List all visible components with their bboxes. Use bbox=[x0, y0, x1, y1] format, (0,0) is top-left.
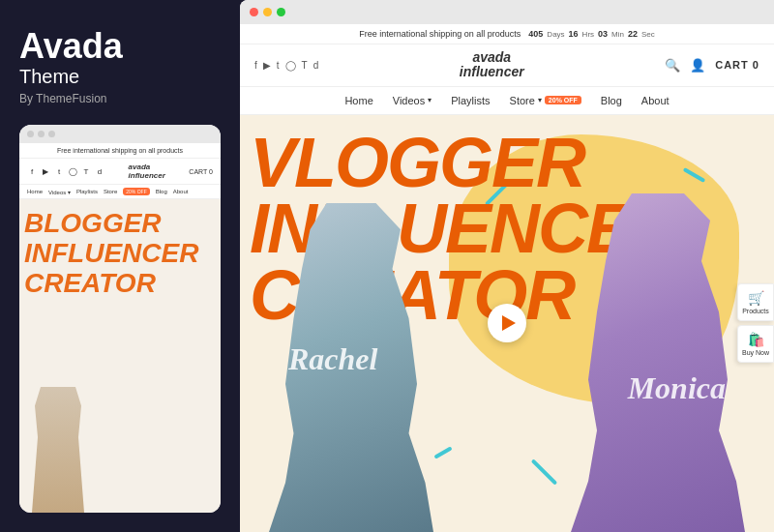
countdown-min-val: 03 bbox=[598, 29, 608, 39]
preview-tw-icon: t bbox=[54, 166, 64, 176]
products-button[interactable]: 🛒 Products bbox=[737, 283, 774, 321]
deco-line-3 bbox=[433, 446, 452, 458]
preview-hero: BLOGGERINFLUENCERCREATOR bbox=[19, 199, 221, 513]
nav-videos[interactable]: Videos ▾ bbox=[393, 95, 432, 106]
fb-icon[interactable]: f bbox=[254, 60, 257, 71]
nav-playlists[interactable]: Playlists bbox=[451, 95, 490, 106]
countdown: 405 Days 16 Hrs 03 Min 22 Sec bbox=[528, 29, 654, 39]
browser-dot-green bbox=[277, 8, 285, 16]
main-browser: Free international shipping on all produ… bbox=[240, 0, 774, 532]
preview-logo: avadainfluencer bbox=[129, 163, 165, 180]
products-label: Products bbox=[742, 308, 769, 314]
countdown-hrs-label: Hrs bbox=[582, 30, 594, 39]
logo-text: avada influencer bbox=[460, 50, 524, 80]
hero-line1: VLOGGER bbox=[250, 130, 764, 195]
search-icon[interactable]: 🔍 bbox=[665, 58, 680, 73]
nav-actions: 🔍 👤 CART 0 bbox=[665, 58, 759, 73]
preview-nav-store: Store bbox=[104, 189, 117, 194]
countdown-min-label: Min bbox=[611, 30, 624, 39]
store-arrow: ▾ bbox=[538, 96, 542, 104]
preview-top-bar: Free international shipping on all produ… bbox=[19, 143, 221, 159]
preview-logo-text: avadainfluencer bbox=[129, 163, 165, 180]
cart-button[interactable]: CART 0 bbox=[715, 59, 759, 71]
preview-social-nav: f ▶ t ◯ T d avadainfluencer CART 0 bbox=[19, 159, 221, 185]
yt-icon[interactable]: ▶ bbox=[263, 60, 271, 71]
brand-title: Avada bbox=[19, 29, 221, 64]
preview-cart-text: CART 0 bbox=[189, 168, 213, 175]
videos-arrow: ▾ bbox=[428, 96, 432, 104]
preview-nav-blog: Blog bbox=[156, 189, 167, 194]
preview-card: Free international shipping on all produ… bbox=[19, 125, 221, 513]
browser-chrome bbox=[240, 0, 774, 24]
preview-dot-1 bbox=[27, 131, 34, 137]
ig-icon[interactable]: ◯ bbox=[285, 60, 296, 71]
preview-dot-3 bbox=[48, 131, 55, 137]
preview-nav-home: Home bbox=[27, 189, 43, 194]
play-button[interactable] bbox=[488, 304, 526, 342]
preview-cart: CART 0 bbox=[189, 168, 213, 175]
buy-now-button[interactable]: 🛍️ Buy Now bbox=[737, 325, 774, 363]
countdown-sec-val: 22 bbox=[628, 29, 638, 39]
preview-nav-videos: Videos bbox=[48, 189, 71, 195]
tt-icon[interactable]: T bbox=[302, 60, 308, 71]
preview-person-silhouette bbox=[29, 387, 87, 513]
logo-line2: influencer bbox=[460, 65, 524, 79]
countdown-hrs-val: 16 bbox=[569, 29, 579, 39]
preview-social-icons: f ▶ t ◯ T d bbox=[27, 166, 104, 176]
countdown-days-val: 405 bbox=[528, 29, 543, 39]
preview-shipping-text: Free international shipping on all produ… bbox=[57, 147, 183, 154]
nav-store[interactable]: Store ▾ 20% OFF bbox=[510, 95, 581, 106]
brand-subtitle: Theme bbox=[19, 66, 221, 88]
nav-blog[interactable]: Blog bbox=[601, 95, 622, 106]
preview-store-badge: 20% OFF bbox=[123, 188, 149, 195]
nav-bar: f ▶ t ◯ T d avada influencer 🔍 👤 CART 0 bbox=[240, 44, 774, 87]
preview-dot-2 bbox=[38, 131, 45, 137]
hero-person-right bbox=[571, 193, 745, 532]
left-panel: Avada Theme By ThemeFusion Free internat… bbox=[0, 0, 240, 532]
preview-nav-about: About bbox=[173, 189, 189, 194]
shipping-text: Free international shipping on all produ… bbox=[359, 29, 521, 39]
floating-sidebar: 🛒 Products 🛍️ Buy Now bbox=[737, 283, 774, 363]
preview-yt-icon: ▶ bbox=[41, 166, 50, 176]
name-rachel: Rachel bbox=[288, 341, 377, 377]
deco-line-4 bbox=[531, 458, 558, 486]
countdown-sec-label: Sec bbox=[641, 30, 655, 39]
logo-line1: avada bbox=[460, 50, 524, 65]
products-icon: 🛒 bbox=[748, 290, 764, 306]
preview-nav-playlists: Playlists bbox=[76, 189, 98, 194]
cart-count: 0 bbox=[753, 59, 759, 71]
countdown-days-label: Days bbox=[547, 30, 564, 39]
hero-section: VLOGGER INFLUENCER CREATOR Rachel Monica… bbox=[240, 115, 774, 532]
preview-hero-person bbox=[29, 387, 87, 513]
cart-label-text: CART bbox=[715, 59, 749, 71]
preview-hero-text: BLOGGERINFLUENCERCREATOR bbox=[24, 209, 198, 298]
d-icon[interactable]: d bbox=[313, 60, 319, 71]
browser-dot-red bbox=[250, 8, 258, 16]
site-logo[interactable]: avada influencer bbox=[460, 50, 524, 80]
buy-now-icon: 🛍️ bbox=[748, 332, 764, 347]
browser-dot-yellow bbox=[263, 8, 272, 16]
preview-d-icon: d bbox=[95, 166, 104, 176]
preview-nav: Home Videos Playlists Store 20% OFF Blog… bbox=[19, 185, 221, 199]
preview-dots-bar bbox=[19, 125, 221, 143]
tw-icon[interactable]: t bbox=[277, 60, 280, 71]
nav-home[interactable]: Home bbox=[344, 95, 372, 106]
store-badge: 20% OFF bbox=[545, 96, 581, 104]
nav-about[interactable]: About bbox=[641, 95, 670, 106]
buy-now-label: Buy Now bbox=[742, 349, 769, 356]
preview-fb-icon: f bbox=[27, 166, 37, 176]
name-monica: Monica bbox=[628, 370, 726, 406]
preview-tt-icon: T bbox=[81, 166, 91, 176]
brand-by: By ThemeFusion bbox=[19, 92, 221, 105]
main-nav: Home Videos ▾ Playlists Store ▾ 20% OFF … bbox=[240, 87, 774, 115]
user-icon[interactable]: 👤 bbox=[690, 58, 705, 73]
social-links[interactable]: f ▶ t ◯ T d bbox=[254, 60, 318, 71]
shipping-bar: Free international shipping on all produ… bbox=[240, 24, 774, 44]
person-right-shape bbox=[571, 193, 745, 532]
site-header: Free international shipping on all produ… bbox=[240, 24, 774, 115]
preview-ig-icon: ◯ bbox=[68, 166, 77, 176]
